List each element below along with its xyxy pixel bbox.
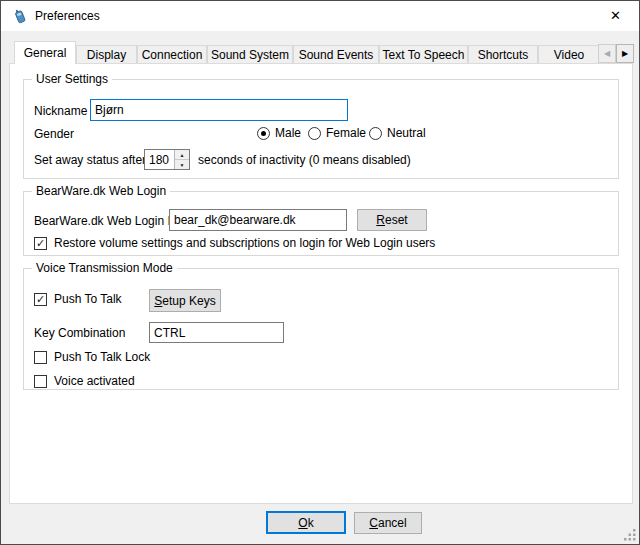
radio-female-circle[interactable] (308, 127, 321, 140)
radio-male-label: Male (275, 126, 301, 140)
group-web-login-title: BearWare.dk Web Login (32, 184, 170, 198)
tab-sound-events[interactable]: Sound Events (293, 45, 379, 63)
window-title: Preferences (35, 9, 100, 23)
tab-shortcuts[interactable]: Shortcuts (468, 45, 538, 63)
voice-activated-label: Voice activated (54, 374, 135, 388)
radio-male-circle[interactable] (257, 127, 270, 140)
tab-connection[interactable]: Connection (137, 45, 207, 63)
web-login-id-input[interactable] (169, 209, 347, 231)
group-web-login: BearWare.dk Web Login BearWare.dk Web Lo… (23, 191, 619, 256)
tab-display[interactable]: Display (76, 45, 137, 63)
spin-down-icon[interactable]: ▼ (175, 160, 189, 169)
radio-neutral-label: Neutral (387, 126, 426, 140)
app-icon (12, 8, 28, 24)
title-bar[interactable]: Preferences ✕ (1, 1, 639, 31)
close-icon[interactable]: ✕ (593, 1, 638, 30)
group-user-settings: User Settings Nickname Gender Male Femal… (23, 79, 619, 179)
push-to-talk-label: Push To Talk (54, 292, 122, 306)
radio-female[interactable]: Female (308, 126, 366, 140)
push-to-talk-checkbox[interactable]: ✓ (34, 293, 47, 306)
tab-sound-system[interactable]: Sound System (207, 45, 293, 63)
tab-video[interactable]: Video (538, 45, 600, 63)
radio-female-label: Female (326, 126, 366, 140)
push-to-talk-lock-checkbox[interactable] (34, 351, 47, 364)
tab-scroll-left-icon[interactable]: ◀ (598, 44, 616, 63)
spin-up-icon[interactable]: ▲ (175, 150, 189, 160)
setup-keys-button[interactable]: Setup Keys (149, 289, 221, 312)
group-voice-transmission: Voice Transmission Mode ✓ Push To Talk S… (23, 268, 619, 390)
radio-male[interactable]: Male (257, 126, 301, 140)
key-combination-label: Key Combination (34, 326, 125, 340)
preferences-dialog: Preferences ✕ General Display Connection… (0, 0, 640, 545)
away-status-label: Set away status after (34, 153, 146, 167)
tab-scroll-right-icon[interactable]: ▶ (616, 44, 634, 63)
radio-neutral[interactable]: Neutral (369, 126, 426, 140)
reset-button[interactable]: Reset (357, 209, 427, 231)
resize-grip[interactable] (622, 527, 636, 541)
ok-button[interactable]: Ok (266, 511, 346, 534)
restore-volume-label: Restore volume settings and subscription… (54, 236, 435, 250)
tab-text-to-speech[interactable]: Text To Speech (379, 45, 468, 63)
nickname-label: Nickname (34, 104, 87, 118)
key-combination-input[interactable] (149, 322, 284, 343)
push-to-talk-checkbox-row[interactable]: ✓ Push To Talk (34, 292, 122, 306)
radio-neutral-circle[interactable] (369, 127, 382, 140)
tab-general[interactable]: General (14, 41, 76, 64)
restore-volume-checkbox[interactable]: ✓ (34, 237, 47, 250)
cancel-button[interactable]: Cancel (354, 512, 422, 534)
nickname-input[interactable] (90, 99, 348, 121)
push-to-talk-lock-checkbox-row[interactable]: Push To Talk Lock (34, 350, 150, 364)
restore-volume-checkbox-row[interactable]: ✓ Restore volume settings and subscripti… (34, 236, 435, 250)
web-login-id-label: BearWare.dk Web Login ID (34, 214, 179, 228)
gender-label: Gender (34, 127, 74, 141)
away-seconds-spinner[interactable]: 180 ▲ ▼ (144, 149, 190, 170)
away-status-suffix: seconds of inactivity (0 means disabled) (198, 153, 411, 167)
group-user-settings-title: User Settings (32, 72, 112, 86)
voice-activated-checkbox-row[interactable]: Voice activated (34, 374, 135, 388)
voice-activated-checkbox[interactable] (34, 375, 47, 388)
push-to-talk-lock-label: Push To Talk Lock (54, 350, 150, 364)
group-voice-transmission-title: Voice Transmission Mode (32, 261, 177, 275)
away-seconds-value: 180 (145, 150, 174, 169)
